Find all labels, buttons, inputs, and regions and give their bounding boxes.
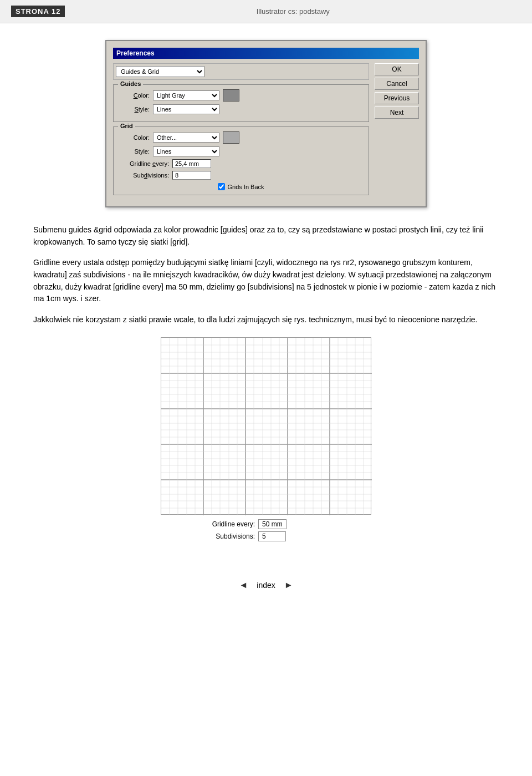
subdivisions-row: Subdivisions: [119, 171, 363, 180]
grid-info-subdivisions-row: Subdivisions: 5 [194, 531, 286, 541]
guides-color-select[interactable]: Light Gray [153, 90, 219, 100]
grid-svg [161, 338, 372, 515]
body-paragraph-2: Gridline every ustala odstęp pomiędzy bu… [33, 257, 499, 305]
guides-color-swatch [223, 89, 239, 102]
grids-in-back-checkbox[interactable] [218, 183, 225, 190]
grid-color-label: Color: [119, 134, 150, 141]
section-dropdown-row: Guides & Grid [113, 63, 369, 80]
footer: ◄ index ► [0, 569, 532, 607]
index-label[interactable]: index [257, 581, 275, 590]
grid-group-title: Grid [118, 123, 135, 129]
body-paragraph-1: Submenu guides &grid odpowiada za kolor … [33, 224, 499, 248]
cancel-button[interactable]: Cancel [375, 78, 419, 90]
grids-in-back-label: Grids In Back [227, 184, 264, 190]
grid-group: Grid Color: Other... Style: Lines [113, 126, 369, 195]
guides-color-label: Color: [119, 92, 150, 99]
body-paragraph-3: Jakkolwiek nie korzystam z siatki prawie… [33, 314, 499, 326]
guides-style-row: Style: Lines [119, 104, 363, 114]
guides-group: Guides Color: Light Gray Style: Lines [113, 84, 369, 122]
grids-in-back-row: Grids In Back [119, 183, 363, 190]
dialog-body: Guides & Grid Guides Color: Light Gray [113, 63, 419, 200]
ok-button[interactable]: OK [375, 63, 419, 75]
next-arrow[interactable]: ► [284, 580, 293, 590]
grid-canvas [161, 337, 371, 515]
grid-info-subdivisions-value: 5 [258, 531, 286, 541]
preferences-dialog: Preferences Guides & Grid Guides [105, 40, 427, 207]
grid-info-subdivisions-label: Subdivisions: [194, 532, 255, 540]
preferences-category-select[interactable]: Guides & Grid [116, 66, 204, 77]
next-button[interactable]: Next [375, 106, 419, 119]
grid-info-gridline-value: 50 mm [258, 519, 287, 529]
subdivisions-input[interactable] [172, 171, 211, 180]
grid-illustration-wrapper: Gridline every: 50 mm Subdivisions: 5 [33, 337, 499, 544]
page-label: STRONA 12 [11, 6, 65, 17]
grid-color-row: Color: Other... [119, 131, 363, 144]
previous-button[interactable]: Previous [375, 92, 419, 104]
gridline-every-row: Gridline every: [119, 159, 363, 168]
grid-color-swatch [223, 131, 239, 144]
grid-info-gridline-label: Gridline every: [194, 520, 255, 528]
guides-group-title: Guides [118, 80, 143, 87]
dialog-wrapper: Preferences Guides & Grid Guides [33, 40, 499, 207]
dialog-left-panel: Guides & Grid Guides Color: Light Gray [113, 63, 369, 200]
prev-arrow[interactable]: ◄ [239, 580, 248, 590]
grid-style-row: Style: Lines [119, 146, 363, 156]
grid-style-label: Style: [119, 148, 150, 155]
grid-info-gridline-row: Gridline every: 50 mm [194, 519, 287, 529]
gridline-every-label: Gridline every: [119, 160, 169, 167]
dialog-titlebar: Preferences [113, 48, 419, 59]
guides-style-label: Style: [119, 106, 150, 113]
guides-color-row: Color: Light Gray [119, 89, 363, 102]
grid-illustration: Gridline every: 50 mm Subdivisions: 5 [161, 337, 371, 544]
page-title: Illustrator cs: podstawy [65, 7, 521, 16]
gridline-every-input[interactable] [172, 159, 211, 168]
guides-style-select[interactable]: Lines [153, 104, 219, 114]
dialog-buttons: OK Cancel Previous Next [375, 63, 419, 200]
subdivisions-label: Subdivisions: [119, 172, 169, 179]
grid-info: Gridline every: 50 mm Subdivisions: 5 [161, 519, 371, 544]
grid-style-select[interactable]: Lines [153, 146, 219, 156]
grid-color-select[interactable]: Other... [153, 133, 219, 143]
header: STRONA 12 Illustrator cs: podstawy [0, 0, 532, 23]
content-area: Preferences Guides & Grid Guides [0, 23, 532, 569]
